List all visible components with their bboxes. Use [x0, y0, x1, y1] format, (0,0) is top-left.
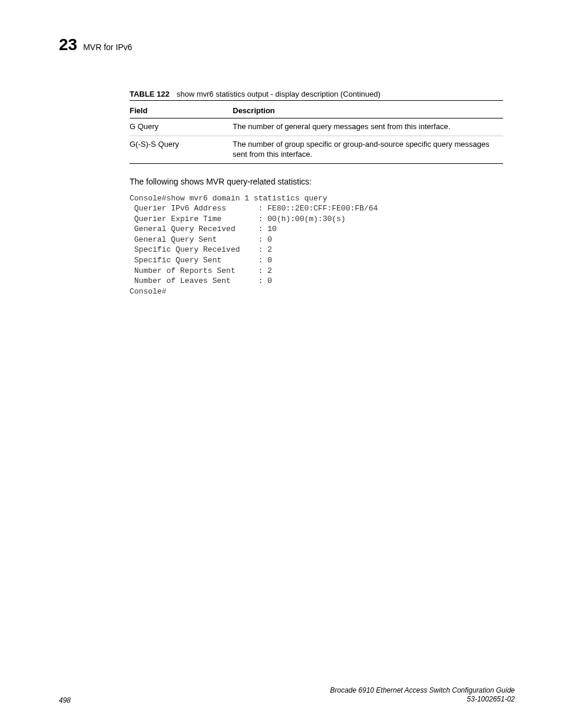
- table-label: TABLE 122: [130, 90, 170, 98]
- table-header-field: Field: [130, 103, 233, 118]
- page-header: 23 MVR for IPv6: [59, 35, 515, 54]
- doc-id: 53-1002651-02: [330, 695, 515, 704]
- cell-desc: The number of group specific or group-an…: [233, 136, 503, 163]
- table-header-desc: Description: [233, 103, 503, 118]
- doc-title: Brocade 6910 Ethernet Access Switch Conf…: [330, 686, 515, 696]
- chapter-title: MVR for IPv6: [83, 42, 132, 52]
- table-caption: TABLE 122show mvr6 statistics output - d…: [130, 90, 503, 101]
- page-number: 498: [59, 696, 71, 704]
- footer-right: Brocade 6910 Ethernet Access Switch Conf…: [330, 686, 515, 704]
- console-output: Console#show mvr6 domain 1 statistics qu…: [130, 193, 503, 297]
- page-content: TABLE 122show mvr6 statistics output - d…: [130, 90, 503, 297]
- cell-field: G(-S)-S Query: [130, 136, 233, 163]
- table-row: G Query The number of general query mess…: [130, 118, 503, 136]
- page-footer: 498 Brocade 6910 Ethernet Access Switch …: [59, 686, 515, 704]
- chapter-number: 23: [59, 35, 77, 54]
- intro-text: The following shows MVR query-related st…: [130, 177, 503, 186]
- table-row: G(-S)-S Query The number of group specif…: [130, 136, 503, 163]
- description-table: Field Description G Query The number of …: [130, 103, 503, 164]
- cell-field: G Query: [130, 118, 233, 136]
- cell-desc: The number of general query messages sen…: [233, 118, 503, 136]
- table-caption-text: show mvr6 statistics output - display de…: [177, 90, 381, 98]
